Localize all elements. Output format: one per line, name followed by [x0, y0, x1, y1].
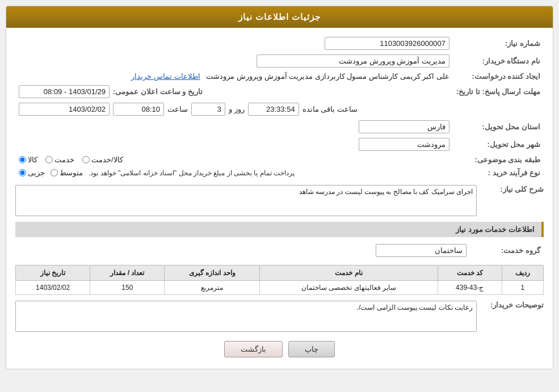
- service-group-label: گروه خدمت:: [470, 242, 544, 259]
- buyer-desc-box: رعایت نکات لیست پیوست الزامی است/.: [15, 301, 477, 332]
- radio-kala-input[interactable]: [19, 156, 26, 163]
- response-deadline-row: تاریخ و ساعت اعلان عمومی: 1403/01/29 - 0…: [15, 83, 453, 100]
- remaining-label: ساعت باقی مانده: [302, 105, 358, 113]
- radio-khedmat-label: خدمت: [54, 155, 74, 164]
- need-number-value: 1103003926000007: [15, 35, 453, 52]
- purchase-type-label: نوع فرآیند خرید :: [453, 166, 544, 179]
- print-button[interactable]: چاپ: [288, 341, 335, 357]
- response-time-row: ساعت باقی مانده 23:33:54 روز و 3 ساعت 08…: [15, 100, 453, 118]
- contact-link[interactable]: اطلاعات تماس خریدار: [131, 72, 200, 81]
- need-number-label: شماره نیاز:: [453, 35, 544, 52]
- radio-motavasset-input[interactable]: [51, 169, 58, 176]
- info-table-top: شماره نیاز: 1103003926000007 نام دستگاه …: [15, 35, 544, 179]
- services-section-header: اطلاعات خدمات مورد نیاز: [15, 222, 544, 237]
- card-header: جزئیات اطلاعات نیاز: [6, 6, 553, 28]
- cell-row_num: 1: [502, 281, 543, 295]
- radio-jozi-input[interactable]: [19, 169, 26, 176]
- col-quantity: تعداد / مقدار: [90, 265, 165, 281]
- buyer-org-value: مدیریت آموزش وپرورش مرودشت: [15, 52, 453, 70]
- province-input: فارس: [359, 120, 449, 133]
- table-row: 1ج-43-439سایر فعالیتهای تخصصی ساختمانمتر…: [16, 281, 544, 295]
- radio-kala-khedmat-label: کالا/خدمت: [91, 155, 123, 164]
- buyer-org-label: نام دستگاه خریدار:: [453, 52, 544, 70]
- buyer-desc-text: رعایت نکات لیست پیوست الزامی است/.: [357, 304, 473, 311]
- days-label: روز و: [229, 105, 245, 113]
- col-measurement: واحد اندازه گیری: [165, 265, 260, 281]
- radio-jozi[interactable]: جزیی: [19, 168, 45, 177]
- announce-date-label: تاریخ و ساعت اعلان عمومی:: [113, 87, 203, 96]
- need-desc-box: اجرای سرامیک کف با مصالح به پیوست لیست د…: [15, 185, 477, 216]
- city-label: شهر محل تحویل:: [453, 136, 544, 153]
- days-input: 3: [191, 103, 225, 116]
- buyer-desc-section: توصیحات خریدار: رعایت نکات لیست پیوست ال…: [15, 301, 544, 332]
- service-group-table: گروه خدمت: ساختمان: [15, 242, 544, 259]
- service-group-input: ساختمان: [376, 244, 466, 257]
- province-value: فارس: [15, 118, 453, 136]
- col-row-num: ردیف: [502, 265, 543, 281]
- response-deadline-label: مهلت ارسال پاسخ: تا تاریخ:: [453, 83, 544, 100]
- need-desc-label: شرح کلی نیاز:: [481, 185, 544, 193]
- card-body: شماره نیاز: 1103003926000007 نام دستگاه …: [6, 28, 553, 369]
- service-group-value: ساختمان: [15, 242, 470, 259]
- time-input: 08:10: [113, 103, 164, 116]
- creator-value: علی اکبر کریمی کارشناس مسول کاربردازی مد…: [15, 70, 453, 83]
- need-desc-text: اجرای سرامیک کف با مصالح به پیوست لیست د…: [299, 188, 473, 196]
- back-button[interactable]: بازگشت: [224, 341, 283, 357]
- time-label: ساعت: [167, 105, 188, 113]
- col-service-code: کد خدمت: [438, 265, 502, 281]
- radio-kala-khedmat-input[interactable]: [82, 156, 90, 163]
- purchase-note: پرداخت تمام یا بخشی از مبلغ خریداز محل "…: [89, 169, 295, 177]
- announce-date-input: 1403/01/29 - 08:09: [19, 85, 110, 98]
- cell-measurement_unit: مترمربع: [165, 281, 260, 295]
- cell-service_code: ج-43-439: [438, 281, 502, 295]
- remaining-input: 23:33:54: [248, 103, 299, 116]
- radio-khedmat-input[interactable]: [45, 156, 53, 163]
- button-row: چاپ بازگشت: [15, 341, 544, 357]
- category-radios: کالا/خدمت خدمت کالا: [15, 153, 453, 166]
- services-table: ردیف کد خدمت نام خدمت واحد اندازه گیری ت…: [15, 265, 544, 295]
- need-number-input: 1103003926000007: [325, 37, 449, 50]
- radio-khedmat[interactable]: خدمت: [45, 155, 74, 164]
- buyer-desc-label: توصیحات خریدار:: [481, 301, 544, 309]
- city-input: مرودشت: [359, 138, 449, 151]
- main-card: جزئیات اطلاعات نیاز شماره نیاز: 11030039…: [6, 6, 553, 369]
- buyer-org-input: مدیریت آموزش وپرورش مرودشت: [257, 54, 449, 68]
- radio-motavasset[interactable]: متوسط: [51, 168, 83, 177]
- province-label: استان محل تحویل:: [453, 118, 544, 136]
- col-service-name: نام خدمت: [260, 265, 438, 281]
- page-wrapper: جزئیات اطلاعات نیاز شماره نیاز: 11030039…: [0, 0, 559, 392]
- city-value: مرودشت: [15, 136, 453, 153]
- creator-label: ایجاد کننده درخواست:: [453, 70, 544, 83]
- radio-kala-khedmat[interactable]: کالا/خدمت: [82, 155, 123, 164]
- date-input: 1403/02/02: [19, 103, 110, 116]
- purchase-type-row: پرداخت تمام یا بخشی از مبلغ خریداز محل "…: [15, 166, 453, 179]
- radio-kala-label: کالا: [28, 155, 37, 164]
- creator-text: علی اکبر کریمی کارشناس مسول کاربردازی مد…: [206, 72, 449, 81]
- cell-quantity: 150: [90, 281, 165, 295]
- page-title: جزئیات اطلاعات نیاز: [238, 12, 321, 22]
- need-desc-section: شرح کلی نیاز: اجرای سرامیک کف با مصالح ب…: [15, 185, 544, 216]
- cell-need_date: 1403/02/02: [16, 281, 90, 295]
- category-label: طبقه بندی موضوعی:: [453, 153, 544, 166]
- radio-kala[interactable]: کالا: [19, 155, 37, 164]
- cell-service_name: سایر فعالیتهای تخصصی ساختمان: [260, 281, 438, 295]
- col-need-date: تاریخ نیاز: [16, 265, 90, 281]
- radio-jozi-label: جزیی: [28, 168, 45, 177]
- radio-motavasset-label: متوسط: [60, 168, 83, 177]
